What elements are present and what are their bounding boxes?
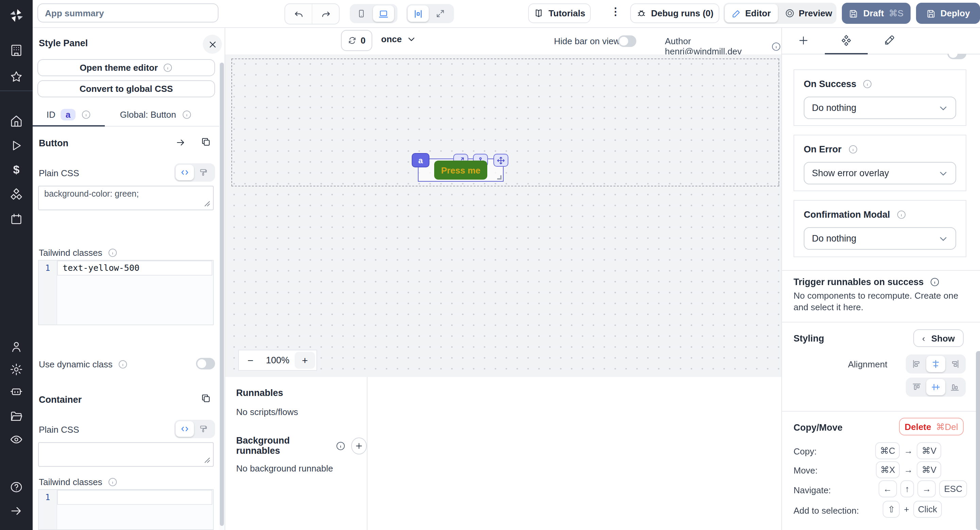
tab-id[interactable]: ID a <box>33 103 105 126</box>
users-icon[interactable] <box>10 340 23 354</box>
align-right-button[interactable] <box>945 356 964 372</box>
desktop-view-button[interactable] <box>373 5 394 22</box>
debug-runs-button[interactable]: Debug runs (0) <box>630 3 719 23</box>
expand-canvas-button[interactable] <box>430 5 450 22</box>
draft-save-button[interactable]: Draft ⌘S <box>842 3 911 24</box>
on-success-select[interactable]: Do nothing <box>804 97 956 119</box>
style-panel-title: Style Panel <box>39 38 88 48</box>
canvas-toolbar: 0 once Hide bar on view Author henri@win… <box>224 27 781 55</box>
use-dynamic-class-toggle[interactable] <box>196 358 215 370</box>
copy-style-icon[interactable] <box>201 393 211 403</box>
folders-icon[interactable] <box>10 409 23 423</box>
audit-eye-icon[interactable] <box>10 433 23 446</box>
info-icon <box>81 109 91 120</box>
debug-runs-label: Debug runs (0) <box>651 8 713 18</box>
preview-tab[interactable]: Preview <box>778 4 839 22</box>
refresh-mode-value: once <box>381 34 402 44</box>
variables-icon[interactable]: $ <box>10 163 23 177</box>
zoom-out-button[interactable]: − <box>240 352 261 369</box>
app-canvas[interactable]: a Press me − 100% + <box>224 54 781 377</box>
runs-icon[interactable] <box>10 139 23 152</box>
tailwind-classes-input[interactable] <box>57 490 212 505</box>
workers-robot-icon[interactable] <box>10 384 23 398</box>
code-mode-button[interactable] <box>176 165 194 180</box>
windmill-logo-icon[interactable] <box>8 7 25 24</box>
zoom-in-button[interactable]: + <box>295 352 315 369</box>
info-icon <box>181 109 192 120</box>
undo-button[interactable] <box>285 4 312 24</box>
align-center-horizontal-button[interactable] <box>926 356 945 372</box>
confirmation-modal-value: Do nothing <box>812 233 856 244</box>
container-tailwind-editor[interactable]: 1 <box>38 489 214 530</box>
align-center-vertical-button[interactable] <box>926 379 945 395</box>
runnable-detail-empty-area <box>368 377 781 530</box>
align-left-button[interactable] <box>907 356 926 372</box>
container-plain-css-textarea[interactable] <box>38 442 214 467</box>
mobile-view-button[interactable] <box>351 5 372 22</box>
on-error-label: On Error <box>804 144 842 154</box>
code-mode-button[interactable] <box>176 421 194 437</box>
partially-visible-toggle[interactable] <box>947 54 966 59</box>
button-tailwind-editor[interactable]: 1 text-yellow-500 <box>38 260 214 325</box>
move-component-handle[interactable] <box>493 154 508 167</box>
kbd-key: ← <box>878 480 897 497</box>
tab-global-button[interactable]: Global: Button <box>105 103 207 126</box>
copy-style-icon[interactable] <box>201 137 211 147</box>
editor-tab[interactable]: Editor <box>725 4 778 22</box>
close-style-panel-button[interactable] <box>203 35 222 54</box>
on-success-label: On Success <box>804 79 856 89</box>
redo-button[interactable] <box>312 4 339 24</box>
resources-icon[interactable] <box>10 188 23 202</box>
paint-roller-button[interactable] <box>194 165 212 180</box>
section-divider <box>782 270 980 271</box>
app-grid-boundary <box>231 59 779 186</box>
resize-grip-icon[interactable] <box>204 201 210 207</box>
add-background-runnable-button[interactable] <box>351 437 367 454</box>
align-bottom-button[interactable] <box>945 379 964 395</box>
paint-roller-button[interactable] <box>194 421 212 437</box>
css-mode-toggle <box>174 163 215 182</box>
tailwind-classes-input[interactable]: text-yellow-500 <box>57 260 212 276</box>
favorites-star-icon[interactable] <box>10 70 23 84</box>
open-theme-editor-button[interactable]: Open theme editor <box>37 59 215 76</box>
more-options-kebab-icon[interactable]: ⋮ <box>611 5 620 18</box>
selected-button-component[interactable]: a Press me <box>418 159 504 182</box>
center-canvas-button[interactable] <box>408 5 429 22</box>
resize-corner-icon[interactable] <box>496 174 501 179</box>
settings-panel-scrollbar[interactable] <box>976 351 980 530</box>
component-settings-tab[interactable] <box>825 27 868 54</box>
global-styling-tab[interactable] <box>868 27 911 54</box>
help-icon[interactable] <box>10 480 23 494</box>
tutorials-button[interactable]: Tutorials <box>528 3 591 23</box>
app-summary-input[interactable] <box>37 3 218 22</box>
deploy-button[interactable]: Deploy <box>916 3 980 24</box>
style-panel-scrollbar[interactable] <box>219 63 224 530</box>
delete-component-button[interactable]: Delete ⌘Del <box>899 418 964 435</box>
button-plain-css-textarea[interactable]: background-color: green; <box>38 186 214 210</box>
component-settings-panel: On Success Do nothing On Error Show erro… <box>781 27 980 530</box>
hide-bar-on-view-toggle[interactable] <box>618 35 636 47</box>
insert-component-tab[interactable] <box>782 27 825 54</box>
component-id-tag[interactable]: a <box>412 153 430 167</box>
kbd-key: ⇧ <box>883 501 900 518</box>
confirmation-modal-select[interactable]: Do nothing <box>804 227 956 250</box>
schedules-icon[interactable] <box>10 212 23 226</box>
resize-grip-icon[interactable] <box>204 457 210 463</box>
refresh-count-button[interactable]: 0 <box>341 30 372 51</box>
tab-id-label: ID <box>47 109 56 120</box>
home-icon[interactable] <box>10 114 23 128</box>
refresh-mode-dropdown[interactable]: once <box>381 34 416 44</box>
goto-component-arrow-icon[interactable] <box>176 137 186 148</box>
copy-row-label: Copy: <box>794 446 817 457</box>
on-error-select[interactable]: Show error overlay <box>804 162 956 184</box>
align-top-button[interactable] <box>907 379 926 395</box>
settings-gear-icon[interactable] <box>10 363 23 376</box>
device-toggle-group <box>350 4 398 23</box>
press-me-button[interactable]: Press me <box>434 160 487 179</box>
convert-to-global-css-button[interactable]: Convert to global CSS <box>37 80 215 97</box>
workspace-icon[interactable] <box>10 44 23 57</box>
show-styling-button[interactable]: ‹ Show <box>913 329 964 347</box>
collapse-sidebar-arrow-icon[interactable] <box>10 504 23 518</box>
css-mode-toggle <box>174 420 215 438</box>
top-toolbar: Tutorials ⋮ Debug runs (0) Editor Previe… <box>33 0 980 28</box>
